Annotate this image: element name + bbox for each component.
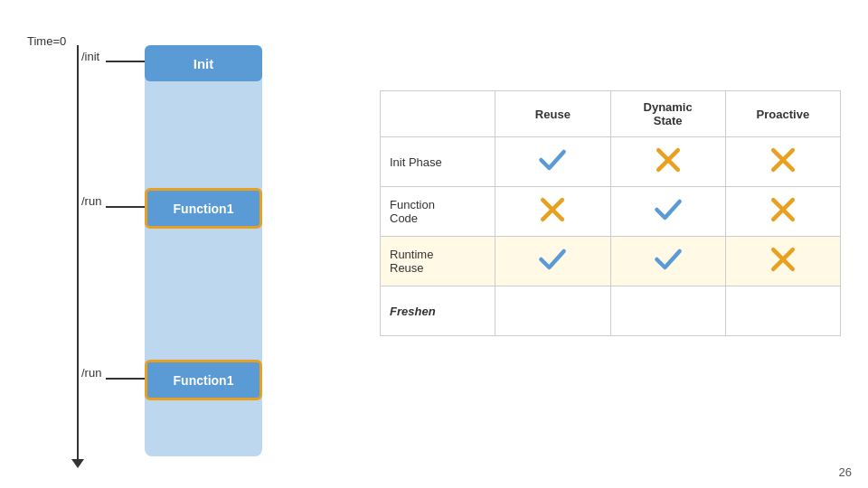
func2-box: Function1 [145, 360, 262, 400]
slide: Time=0 /init Init /run Function1 /run Fu… [0, 0, 868, 488]
cell-runtime-reuse [495, 237, 610, 286]
check-icon [536, 144, 569, 176]
check-icon [652, 193, 684, 226]
comparison-table: Reuse DynamicState Proactive Init Phase [380, 90, 841, 336]
col-header-dynamic: DynamicState [610, 91, 725, 137]
cell-freshen-proactive [725, 286, 840, 336]
x-icon [767, 243, 799, 276]
diagram: Time=0 /init Init /run Function1 /run Fu… [27, 18, 371, 470]
init-box: Init [145, 45, 262, 81]
timeline-arrow [71, 459, 84, 468]
check-icon [652, 243, 684, 276]
col-header-reuse: Reuse [495, 91, 610, 137]
cell-func-dynamic [610, 187, 725, 237]
cell-init-dynamic [610, 137, 725, 187]
cell-runtime-proactive [725, 237, 840, 286]
cell-func-reuse [495, 187, 610, 237]
x-icon [767, 193, 799, 226]
page-number: 26 [839, 465, 852, 479]
init-label: /init [81, 50, 99, 63]
x-icon [652, 144, 684, 176]
table-row: Init Phase [381, 137, 841, 187]
cell-init-reuse [495, 137, 610, 187]
cell-init-proactive [725, 137, 840, 187]
table-row: FunctionCode [381, 187, 841, 237]
x-icon [536, 193, 569, 226]
table-row: RuntimeReuse [381, 237, 841, 286]
col-header-empty [381, 91, 495, 137]
col-header-proactive: Proactive [725, 91, 840, 137]
cell-freshen-dynamic [610, 286, 725, 336]
row-label-freshen: Freshen [381, 286, 495, 336]
func1-box: Function1 [145, 188, 262, 229]
row-label-init: Init Phase [381, 137, 495, 187]
x-icon [767, 144, 799, 176]
cell-runtime-dynamic [610, 237, 725, 286]
table-row: Freshen [381, 286, 841, 336]
cell-freshen-reuse [495, 286, 610, 336]
time-label: Time=0 [27, 34, 66, 48]
run1-label: /run [81, 194, 101, 208]
row-label-runtime-reuse: RuntimeReuse [381, 237, 495, 286]
run2-label: /run [81, 366, 101, 380]
check-icon [536, 243, 569, 276]
row-label-function-code: FunctionCode [381, 187, 495, 237]
timeline-line [77, 45, 79, 461]
cell-func-proactive [725, 187, 840, 237]
